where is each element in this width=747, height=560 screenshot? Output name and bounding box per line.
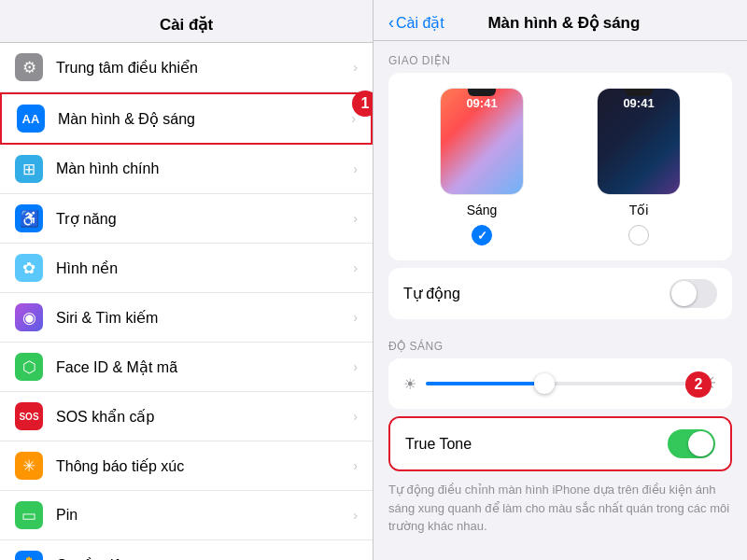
step2-badge: 2	[685, 371, 712, 398]
true-tone-row: True Tone	[390, 418, 730, 469]
chevron-icon: ›	[353, 409, 358, 424]
notifications-label: Thông báo tiếp xúc	[56, 457, 353, 475]
display-label: Màn hình & Độ sáng	[58, 110, 351, 128]
back-chevron-icon: ‹	[388, 13, 394, 33]
appearance-dark[interactable]: 09:41 Tối	[597, 88, 681, 245]
right-header: ‹ Cài đặt Màn hình & Độ sáng	[374, 0, 747, 41]
true-tone-description: Tự động điều chỉnh màn hình iPhone dựa t…	[388, 481, 732, 536]
true-tone-toggle[interactable]	[668, 429, 715, 458]
battery-label: Pin	[56, 507, 353, 524]
control-center-icon: ⚙	[15, 53, 43, 81]
siri-label: Siri & Tìm kiếm	[56, 309, 353, 327]
accessibility-label: Trợ năng	[56, 210, 353, 228]
true-tone-section: True Tone	[388, 416, 732, 471]
wallpaper-label: Hình nền	[56, 259, 353, 277]
control-center-label: Trung tâm điều khiển	[56, 59, 353, 77]
dark-theme-preview: 09:41	[598, 89, 680, 194]
chevron-icon: ›	[353, 508, 358, 523]
step1-badge: 1	[352, 91, 373, 117]
do-sang-section-label: ĐỘ SÁNG	[374, 327, 747, 358]
chevron-icon: ›	[353, 359, 358, 374]
appearance-light[interactable]: 09:41 Sáng	[440, 88, 524, 245]
dark-phone-mockup: 09:41	[597, 88, 681, 195]
spacer	[374, 409, 747, 416]
settings-item-siri[interactable]: ◉ Siri & Tìm kiếm ›	[0, 293, 373, 343]
settings-item-accessibility[interactable]: ♿ Trợ năng ›	[0, 194, 373, 244]
chevron-icon: ›	[351, 111, 356, 126]
accessibility-icon: ♿	[15, 204, 43, 232]
dark-radio[interactable]	[628, 225, 649, 245]
sos-icon: SOS	[15, 402, 43, 430]
settings-item-notifications[interactable]: ✳ Thông báo tiếp xúc ›	[0, 441, 373, 491]
privacy-icon: ✋	[15, 551, 43, 560]
light-radio[interactable]	[472, 225, 492, 245]
settings-title: Cài đặt	[0, 0, 373, 43]
back-button[interactable]: ‹ Cài đặt	[388, 13, 444, 33]
appearance-row: 09:41 Sáng 09:41 Tối	[388, 73, 732, 260]
brightness-slider-thumb[interactable]	[534, 373, 555, 394]
faceid-label: Face ID & Mật mã	[56, 358, 353, 376]
chevron-icon: ›	[353, 310, 358, 325]
sun-small-icon: ☀	[403, 375, 416, 393]
auto-label: Tự động	[403, 285, 460, 302]
phone-notch-dark	[625, 89, 653, 96]
privacy-label: Quyền riêng tư	[56, 556, 353, 561]
faceid-icon: ⬡	[15, 353, 43, 381]
settings-item-display[interactable]: AA Màn hình & Độ sáng › 1	[0, 92, 373, 145]
giao-dien-section-label: GIAO DIỆN	[374, 41, 747, 73]
dark-label: Tối	[629, 203, 649, 217]
back-label: Cài đặt	[396, 14, 444, 32]
true-tone-knob	[688, 431, 713, 456]
chevron-icon: ›	[353, 60, 358, 75]
settings-item-control-center[interactable]: ⚙ Trung tâm điều khiển ›	[0, 43, 373, 92]
chevron-icon: ›	[353, 211, 358, 226]
light-time: 09:41	[441, 96, 523, 110]
brightness-row: ☀ ☀ 2	[388, 358, 732, 409]
settings-list: ⚙ Trung tâm điều khiển › AA Màn hình & Đ…	[0, 43, 373, 560]
chevron-icon: ›	[353, 161, 358, 176]
home-label: Màn hình chính	[56, 161, 353, 177]
brightness-slider-track[interactable]	[426, 382, 689, 385]
siri-icon: ◉	[15, 303, 43, 331]
light-label: Sáng	[467, 203, 498, 217]
settings-item-sos[interactable]: SOS SOS khẩn cấp ›	[0, 392, 373, 441]
dark-time: 09:41	[598, 96, 680, 110]
phone-notch	[468, 89, 496, 96]
settings-item-home[interactable]: ⊞ Màn hình chính ›	[0, 145, 373, 194]
brightness-slider-fill	[426, 382, 544, 385]
settings-item-wallpaper[interactable]: ✿ Hình nền ›	[0, 244, 373, 293]
auto-toggle-knob	[671, 281, 697, 306]
right-panel-title: Màn hình & Độ sáng	[452, 13, 676, 33]
light-theme-preview: 09:41	[441, 89, 523, 194]
home-icon: ⊞	[15, 155, 43, 183]
settings-item-faceid[interactable]: ⬡ Face ID & Mật mã ›	[0, 343, 373, 392]
battery-icon: ▭	[15, 501, 43, 529]
notifications-icon: ✳	[15, 452, 43, 480]
light-phone-mockup: 09:41	[440, 88, 524, 195]
settings-panel: Cài đặt ⚙ Trung tâm điều khiển › AA Màn …	[0, 0, 374, 560]
settings-item-battery[interactable]: ▭ Pin ›	[0, 491, 373, 540]
true-tone-label: True Tone	[405, 436, 472, 453]
auto-toggle[interactable]	[669, 279, 717, 308]
wallpaper-icon: ✿	[15, 254, 43, 282]
display-icon: AA	[17, 105, 45, 133]
chevron-icon: ›	[353, 260, 358, 275]
settings-item-privacy[interactable]: ✋ Quyền riêng tư ›	[0, 540, 373, 560]
auto-toggle-row: Tự động	[388, 268, 732, 319]
sos-label: SOS khẩn cấp	[56, 408, 353, 426]
chevron-icon: ›	[353, 458, 358, 473]
display-settings-panel: ‹ Cài đặt Màn hình & Độ sáng GIAO DIỆN 0…	[374, 0, 747, 560]
